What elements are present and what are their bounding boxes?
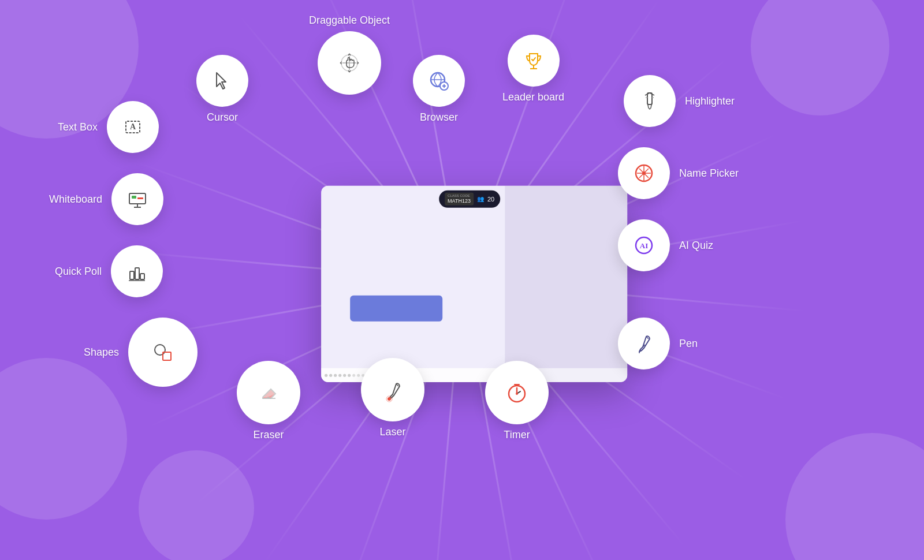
leaderboard-label: Leader board	[502, 91, 564, 103]
pen-circle	[618, 318, 670, 369]
shapes-circle	[128, 318, 198, 387]
shapes-icon	[150, 339, 176, 365]
eraser-label: Eraser	[253, 429, 284, 441]
students-icon: 👥	[477, 196, 484, 202]
aiquiz-circle: AI	[618, 219, 670, 271]
screen-header: CLASS CODE MATH123 👥 20	[439, 191, 500, 208]
svg-text:A: A	[130, 122, 136, 131]
class-code: MATH123	[448, 198, 471, 204]
feature-laser[interactable]: Laser	[361, 358, 424, 438]
draggable-icon	[337, 50, 362, 76]
feature-shapes[interactable]: Shapes	[84, 318, 198, 387]
feature-leaderboard[interactable]: Leader board	[502, 35, 564, 103]
ai-icon: AI	[631, 233, 657, 258]
feature-eraser[interactable]: Eraser	[237, 361, 300, 441]
aiquiz-label: AI Quiz	[679, 240, 713, 252]
feature-timer[interactable]: Timer	[485, 361, 549, 441]
svg-rect-12	[137, 197, 143, 199]
browser-label: Browser	[420, 111, 458, 124]
feature-cursor[interactable]: Cursor	[196, 55, 248, 124]
quickpoll-label: Quick Poll	[55, 266, 102, 278]
feature-draggable[interactable]: Draggable Object	[309, 14, 390, 95]
svg-rect-13	[130, 271, 134, 279]
namepicker-label: Name Picker	[679, 167, 739, 180]
class-code-box: CLASS CODE MATH123	[445, 193, 474, 206]
feature-namepicker[interactable]: Name Picker	[618, 147, 739, 199]
blue-rectangle	[350, 296, 442, 322]
feature-pen[interactable]: Pen	[618, 318, 698, 369]
draggable-label: Draggable Object	[309, 14, 390, 27]
highlighter-circle	[624, 75, 676, 127]
bg-blob-5	[785, 433, 924, 560]
browser-icon	[426, 68, 452, 94]
screen-main: CLASS CODE MATH123 👥 20	[321, 186, 505, 382]
bg-blob-3	[139, 450, 254, 560]
feature-aiquiz[interactable]: AI AI Quiz	[618, 219, 713, 271]
namepicker-circle	[618, 147, 670, 199]
whiteboard-icon	[125, 186, 150, 212]
quickpoll-circle	[111, 245, 163, 297]
svg-rect-15	[140, 274, 144, 279]
feature-quickpoll[interactable]: Quick Poll	[55, 245, 163, 297]
svg-point-18	[388, 397, 391, 401]
feature-textbox[interactable]: Text Box A	[58, 101, 159, 153]
pen-icon	[631, 331, 657, 356]
poll-icon	[124, 259, 150, 284]
laser-label: Laser	[379, 426, 405, 438]
svg-point-21	[516, 393, 518, 395]
laser-icon	[380, 377, 405, 402]
timer-icon	[504, 380, 530, 405]
feature-browser[interactable]: Browser	[413, 55, 465, 124]
textbox-icon: A	[120, 114, 146, 140]
highlighter-label: Highlighter	[685, 95, 735, 107]
cursor-circle	[196, 55, 248, 107]
center-screen: CLASS CODE MATH123 👥 20	[321, 186, 627, 382]
wheel-icon	[631, 160, 657, 186]
svg-rect-11	[132, 196, 136, 199]
screen-side	[505, 186, 627, 382]
whiteboard-label: Whiteboard	[49, 193, 102, 206]
bg-blob-4	[751, 0, 889, 115]
feature-highlighter[interactable]: Highlighter	[624, 75, 735, 127]
trophy-icon	[521, 48, 546, 73]
svg-point-5	[642, 171, 646, 175]
timer-circle	[485, 361, 549, 424]
leaderboard-circle	[508, 35, 560, 87]
feature-whiteboard[interactable]: Whiteboard	[49, 173, 163, 225]
timer-label: Timer	[504, 429, 530, 441]
eraser-circle	[237, 361, 300, 424]
browser-circle	[413, 55, 465, 107]
svg-rect-14	[135, 268, 139, 279]
pen-label: Pen	[679, 338, 698, 350]
svg-text:AI: AI	[640, 241, 648, 250]
shapes-label: Shapes	[84, 346, 119, 359]
whiteboard-circle	[111, 173, 163, 225]
highlighter-icon	[637, 88, 662, 114]
svg-point-16	[155, 345, 165, 355]
cursor-label: Cursor	[207, 111, 238, 124]
textbox-circle: A	[107, 101, 159, 153]
laser-circle	[361, 358, 424, 421]
eraser-icon	[256, 380, 281, 405]
draggable-circle	[318, 31, 381, 95]
textbox-label: Text Box	[58, 121, 98, 133]
svg-rect-3	[647, 93, 652, 104]
students-count: 20	[487, 196, 494, 203]
cursor-icon	[210, 68, 235, 94]
